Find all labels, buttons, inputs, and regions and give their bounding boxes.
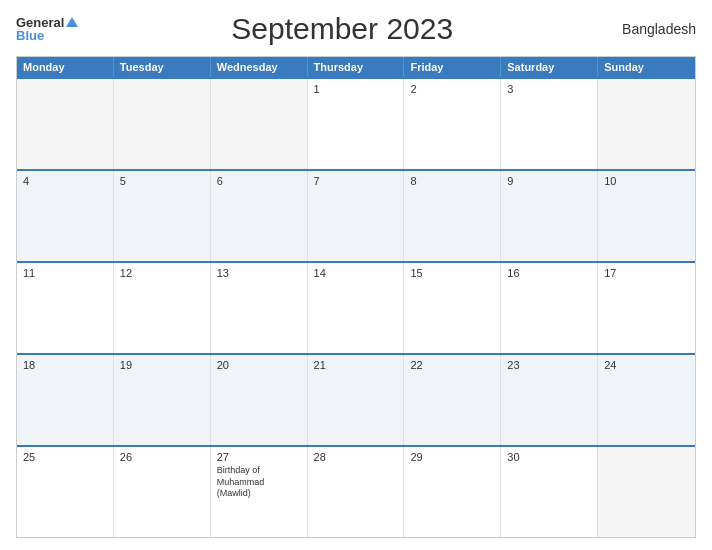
week-row-4: 18192021222324: [17, 353, 695, 445]
day-number: 27: [217, 451, 301, 463]
cal-cell: 13: [211, 263, 308, 353]
logo-triangle-icon: [66, 17, 78, 27]
day-number: 13: [217, 267, 301, 279]
day-number: 9: [507, 175, 591, 187]
day-number: 4: [23, 175, 107, 187]
day-number: 17: [604, 267, 689, 279]
cal-cell: 23: [501, 355, 598, 445]
day-number: 20: [217, 359, 301, 371]
day-number: 21: [314, 359, 398, 371]
cal-cell: 16: [501, 263, 598, 353]
week-row-2: 45678910: [17, 169, 695, 261]
country-label: Bangladesh: [606, 21, 696, 37]
day-number: 18: [23, 359, 107, 371]
weekday-header-tuesday: Tuesday: [114, 57, 211, 77]
day-number: 16: [507, 267, 591, 279]
cal-cell: 11: [17, 263, 114, 353]
cal-cell: 15: [404, 263, 501, 353]
weekday-header-sunday: Sunday: [598, 57, 695, 77]
day-number: 5: [120, 175, 204, 187]
cal-cell: 21: [308, 355, 405, 445]
cal-cell: [598, 79, 695, 169]
cal-cell: 4: [17, 171, 114, 261]
cal-cell: 26: [114, 447, 211, 537]
cal-cell: 8: [404, 171, 501, 261]
day-number: 19: [120, 359, 204, 371]
day-number: 23: [507, 359, 591, 371]
calendar-body: 1234567891011121314151617181920212223242…: [17, 77, 695, 537]
day-number: 12: [120, 267, 204, 279]
cal-cell: 1: [308, 79, 405, 169]
day-number: 14: [314, 267, 398, 279]
cal-cell: 5: [114, 171, 211, 261]
week-row-3: 11121314151617: [17, 261, 695, 353]
day-number: 2: [410, 83, 494, 95]
cal-cell: 24: [598, 355, 695, 445]
day-number: 3: [507, 83, 591, 95]
cal-cell: 12: [114, 263, 211, 353]
cal-cell: [211, 79, 308, 169]
day-number: 11: [23, 267, 107, 279]
cal-cell: 7: [308, 171, 405, 261]
day-number: 22: [410, 359, 494, 371]
cal-cell: 25: [17, 447, 114, 537]
weekday-header-friday: Friday: [404, 57, 501, 77]
header: General Blue September 2023 Bangladesh: [16, 12, 696, 46]
cal-cell: [114, 79, 211, 169]
cal-cell: 9: [501, 171, 598, 261]
day-number: 6: [217, 175, 301, 187]
cal-cell: 28: [308, 447, 405, 537]
day-number: 25: [23, 451, 107, 463]
cal-cell: 14: [308, 263, 405, 353]
logo-blue-text: Blue: [16, 29, 44, 42]
calendar-grid: MondayTuesdayWednesdayThursdayFridaySatu…: [16, 56, 696, 538]
calendar-title: September 2023: [78, 12, 606, 46]
day-number: 1: [314, 83, 398, 95]
calendar-page: General Blue September 2023 Bangladesh M…: [0, 0, 712, 550]
day-number: 7: [314, 175, 398, 187]
cal-cell: 19: [114, 355, 211, 445]
day-number: 8: [410, 175, 494, 187]
week-row-1: 123: [17, 77, 695, 169]
day-number: 15: [410, 267, 494, 279]
cal-cell: [598, 447, 695, 537]
logo: General Blue: [16, 16, 78, 42]
cal-cell: 27Birthday of Muhammad (Mawlid): [211, 447, 308, 537]
day-number: 10: [604, 175, 689, 187]
cal-cell: 3: [501, 79, 598, 169]
weekday-header-monday: Monday: [17, 57, 114, 77]
cal-cell: [17, 79, 114, 169]
weekday-header-saturday: Saturday: [501, 57, 598, 77]
cal-cell: 22: [404, 355, 501, 445]
cal-cell: 17: [598, 263, 695, 353]
day-number: 29: [410, 451, 494, 463]
cal-cell: 30: [501, 447, 598, 537]
cal-cell: 6: [211, 171, 308, 261]
cal-cell: 2: [404, 79, 501, 169]
day-number: 30: [507, 451, 591, 463]
day-number: 26: [120, 451, 204, 463]
weekday-header-thursday: Thursday: [308, 57, 405, 77]
weekday-header-row: MondayTuesdayWednesdayThursdayFridaySatu…: [17, 57, 695, 77]
cal-cell: 29: [404, 447, 501, 537]
day-number: 24: [604, 359, 689, 371]
cal-cell: 20: [211, 355, 308, 445]
cal-cell: 10: [598, 171, 695, 261]
week-row-5: 252627Birthday of Muhammad (Mawlid)28293…: [17, 445, 695, 537]
event-label: Birthday of Muhammad (Mawlid): [217, 465, 301, 500]
weekday-header-wednesday: Wednesday: [211, 57, 308, 77]
day-number: 28: [314, 451, 398, 463]
cal-cell: 18: [17, 355, 114, 445]
